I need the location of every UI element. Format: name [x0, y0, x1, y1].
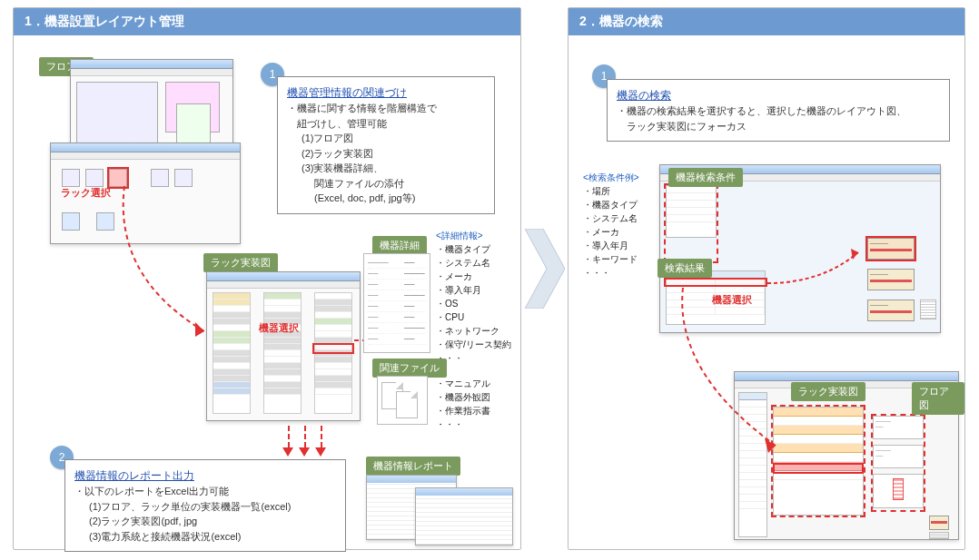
layout-tile: ──── [867, 269, 915, 290]
tag-search-result: 検索結果 [658, 259, 712, 278]
infobox-search-title: 機器の検索 [617, 87, 940, 103]
down-arrow [288, 426, 290, 447]
floor-window-back [70, 59, 233, 150]
detail-left-list [738, 392, 767, 537]
label-rack-select: ラック選択 [61, 186, 111, 200]
tag-search-cond: 機器検索条件 [668, 168, 743, 187]
layout-tile-sm [929, 516, 949, 530]
floor-thumbnail [920, 300, 936, 319]
search-result-row-hl [664, 278, 767, 287]
layout-tile: ──── [867, 300, 915, 321]
layout-tile-hl [865, 236, 916, 261]
report-window-front [415, 487, 513, 545]
infobox-linking: 機器管理情報の関連づけ ・機器に関する情報を階層構造で 紐づけし、管理可能 (1… [277, 76, 495, 214]
rack-window [206, 271, 361, 421]
related-files-box [377, 376, 428, 425]
infobox-report: 機器情報のレポート出力 ・以下のレポートをExcel出力可能 (1)フロア、ラッ… [64, 459, 346, 552]
right-col-hl [871, 414, 925, 512]
panel1-title: 1．機器設置レイアウト管理 [14, 8, 520, 35]
tag-rack-diagram-r: ラック実装図 [791, 382, 865, 401]
rack-pane-hl [771, 405, 865, 517]
floor-thumbnail-sm [929, 532, 949, 539]
panel-layout-management: 1．機器設置レイアウト管理 1 機器管理情報の関連づけ ・機器に関する情報を階層… [13, 7, 521, 550]
search-window: ──── ──── ──── [659, 164, 941, 333]
infobox1-title: 機器管理情報の関連づけ [287, 84, 485, 101]
panel2-title: 2．機器の検索 [569, 8, 964, 35]
tag-device-detail: 機器詳細 [372, 236, 427, 255]
label-device-select: 機器選択 [259, 321, 299, 335]
infobox2-title: 機器情報のレポート出力 [74, 467, 336, 484]
tag-report: 機器情報レポート [366, 457, 460, 476]
rack-row-hl [773, 463, 864, 474]
search-cond-hl [664, 183, 718, 263]
tag-floor-r: フロア図 [912, 382, 964, 415]
infobox-search: 機器の検索 ・機器の検索結果を選択すると、選択した機器のレイアウト図、 ラック実… [607, 79, 950, 142]
svg-marker-0 [195, 322, 204, 337]
device-detail-panel: ────── ────── ──── ────── ──── ──── ────… [363, 253, 430, 353]
panel-search: 2．機器の検索 1 機器の検索 ・機器の検索結果を選択すると、選択した機器のレイ… [568, 7, 965, 550]
label-device-select-r: 機器選択 [712, 293, 752, 307]
svg-marker-3 [525, 229, 565, 309]
related-list: ・マニュアル ・機器外観図 ・作業指示書 ・・・ [436, 377, 490, 431]
tag-related-files: 関連ファイル [372, 359, 447, 378]
cond-header: <検索条件例> [583, 172, 639, 184]
chevron-icon [525, 229, 565, 309]
down-arrow [304, 426, 306, 447]
cond-list: ・場所 ・機器タイプ ・システム名 ・メーカ ・導入年月 ・キーワード ・・・ [583, 184, 638, 280]
doc-icon [396, 391, 418, 418]
device-select-hl [312, 343, 354, 354]
tag-rack-diagram: ラック実装図 [203, 253, 278, 272]
down-arrow [321, 426, 322, 447]
detail-header: <詳細情報> [436, 230, 483, 242]
detail-list: ・機器タイプ ・システム名 ・メーカ ・導入年月 ・OS ・CPU ・ネットワー… [436, 242, 511, 365]
